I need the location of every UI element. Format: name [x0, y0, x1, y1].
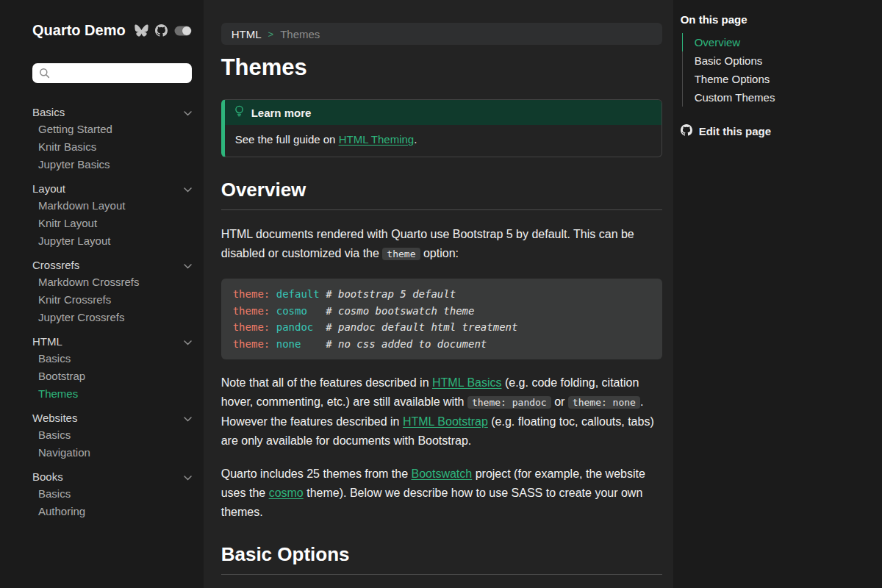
sidebar-item-markdown-crossrefs[interactable]: Markdown Crossrefs	[32, 273, 192, 291]
code-comment: # bootstrap 5 default	[326, 288, 456, 300]
theme-toggle-icon[interactable]	[174, 26, 192, 36]
sidebar-section-html: HTML Basics Bootstrap Themes	[32, 332, 192, 403]
code-value: none	[276, 338, 326, 350]
callout-title: Learn more	[251, 107, 312, 119]
code-line: theme: default # bootstrap 5 default	[233, 286, 650, 303]
search-box	[32, 63, 192, 83]
overview-heading: Overview	[221, 179, 662, 210]
sidebar-item-bootstrap[interactable]: Bootstrap	[32, 368, 192, 385]
toc-item-custom-themes[interactable]: Custom Themes	[683, 88, 875, 107]
sidebar-item-knitr-layout[interactable]: Knitr Layout	[32, 215, 192, 232]
callout-text: See the full guide on	[235, 133, 339, 146]
edit-this-page-label: Edit this page	[699, 125, 771, 137]
bootswatch-link[interactable]: Bootswatch	[411, 467, 472, 480]
sidebar-section-title[interactable]: Layout	[32, 179, 192, 197]
lightbulb-icon	[234, 105, 245, 120]
callout-body: See the full guide on HTML Theming.	[225, 125, 662, 157]
sidebar-item-websites-basics[interactable]: Basics	[32, 426, 192, 444]
code-key: theme:	[233, 305, 276, 317]
chevron-down-icon[interactable]	[184, 335, 192, 348]
chevron-down-icon[interactable]	[184, 106, 192, 118]
edit-this-page-link[interactable]: Edit this page	[681, 124, 875, 138]
callout-header: Learn more	[225, 100, 662, 125]
github-icon	[681, 124, 692, 138]
paragraph-text: Note that all of the features described …	[221, 376, 432, 389]
sidebar-item-jupyter-basics[interactable]: Jupyter Basics	[32, 156, 192, 173]
toc-list: Overview Basic Options Theme Options Cus…	[682, 33, 875, 107]
sidebar-item-html-basics[interactable]: Basics	[32, 350, 192, 368]
paragraph-text: or	[551, 395, 568, 408]
sidebar-item-books-basics[interactable]: Basics	[32, 485, 192, 503]
code-comment: # cosmo bootswatch theme	[326, 305, 474, 317]
sidebar-item-themes-active[interactable]: Themes	[32, 385, 192, 403]
sidebar-section-title[interactable]: Websites	[32, 409, 192, 426]
toc-item-basic-options[interactable]: Basic Options	[683, 51, 875, 70]
sidebar-section-label: Books	[32, 470, 63, 483]
sidebar-item-jupyter-crossrefs[interactable]: Jupyter Crossrefs	[32, 309, 192, 326]
right-sidebar: On this page Overview Basic Options Them…	[673, 0, 882, 588]
breadcrumb: HTML > Themes	[221, 23, 662, 45]
sidebar-section-title[interactable]: Crossrefs	[32, 256, 192, 273]
site-title: Quarto Demo	[32, 22, 126, 39]
breadcrumb-link-html[interactable]: HTML	[232, 28, 262, 40]
toc-item-theme-options[interactable]: Theme Options	[683, 70, 875, 88]
html-basics-link[interactable]: HTML Basics	[432, 376, 502, 389]
page-title: Themes	[221, 54, 662, 82]
sidebar-item-markdown-layout[interactable]: Markdown Layout	[32, 197, 192, 215]
toc-item-overview[interactable]: Overview	[682, 33, 875, 51]
sidebar-item-authoring[interactable]: Authoring	[32, 503, 192, 520]
sidebar-section-title[interactable]: Books	[32, 467, 192, 485]
chevron-down-icon[interactable]	[184, 182, 192, 195]
html-theming-link[interactable]: HTML Theming	[339, 133, 415, 146]
sidebar-section-websites: Websites Basics Navigation	[32, 409, 192, 462]
sidebar-section-label: HTML	[32, 335, 62, 348]
left-sidebar: Quarto Demo Basics Getting Started Knitr…	[0, 0, 204, 588]
search-icon	[39, 68, 50, 82]
sidebar-section-title[interactable]: Basics	[32, 103, 192, 121]
overview-paragraph-2: Note that all of the features described …	[221, 373, 662, 451]
overview-paragraph-1: HTML documents rendered with Quarto use …	[221, 225, 662, 264]
sidebar-section-label: Layout	[32, 182, 65, 195]
brand-row: Quarto Demo	[32, 22, 192, 39]
inline-code-theme-pandoc: theme: pandoc	[467, 396, 551, 409]
overview-paragraph-3: Quarto includes 25 themes from the Boots…	[221, 465, 662, 522]
sidebar-item-navigation[interactable]: Navigation	[32, 444, 192, 462]
search-input[interactable]	[32, 63, 192, 83]
chevron-down-icon[interactable]	[184, 470, 192, 483]
cosmo-link[interactable]: cosmo	[269, 487, 304, 499]
inline-code-theme-none: theme: none	[568, 396, 640, 409]
sidebar-section-crossrefs: Crossrefs Markdown Crossrefs Knitr Cross…	[32, 256, 192, 326]
sidebar-section-label: Crossrefs	[32, 259, 79, 271]
theme-options-code-block: theme: default # bootstrap 5 defaultthem…	[221, 279, 662, 359]
code-key: theme:	[233, 338, 276, 350]
main-content: HTML > Themes Themes Learn more See the …	[204, 0, 673, 588]
sidebar-item-knitr-basics[interactable]: Knitr Basics	[32, 138, 192, 156]
github-icon[interactable]	[155, 24, 168, 37]
chevron-down-icon[interactable]	[184, 412, 192, 424]
paragraph-text: Quarto includes 25 themes from the	[221, 467, 412, 480]
code-key: theme:	[233, 321, 276, 333]
sidebar-item-knitr-crossrefs[interactable]: Knitr Crossrefs	[32, 291, 192, 309]
code-line: theme: none # no css added to document	[233, 336, 650, 353]
sidebar-section-title[interactable]: HTML	[32, 332, 192, 350]
sidebar-section-label: Basics	[32, 106, 65, 118]
code-key: theme:	[233, 288, 276, 300]
code-line: theme: pandoc # pandoc default html trea…	[233, 319, 650, 336]
bluesky-icon[interactable]	[135, 24, 148, 37]
learn-more-callout: Learn more See the full guide on HTML Th…	[221, 99, 662, 157]
breadcrumb-separator: >	[268, 29, 274, 40]
inline-code-theme: theme	[382, 248, 420, 260]
html-bootstrap-link[interactable]: HTML Bootstrap	[403, 415, 488, 428]
chevron-down-icon[interactable]	[184, 259, 192, 271]
sidebar-item-jupyter-layout[interactable]: Jupyter Layout	[32, 232, 192, 250]
code-comment: # pandoc default html treatment	[326, 321, 517, 333]
code-value: default	[276, 288, 326, 300]
code-value: pandoc	[276, 321, 326, 333]
code-comment: # no css added to document	[326, 338, 487, 350]
sidebar-section-label: Websites	[32, 412, 77, 424]
sidebar-item-getting-started[interactable]: Getting Started	[32, 121, 192, 138]
basic-options-heading: Basic Options	[221, 543, 662, 575]
sidebar-section-layout: Layout Markdown Layout Knitr Layout Jupy…	[32, 179, 192, 250]
code-line: theme: cosmo # cosmo bootswatch theme	[233, 303, 650, 320]
sidebar-section-books: Books Basics Authoring	[32, 467, 192, 520]
